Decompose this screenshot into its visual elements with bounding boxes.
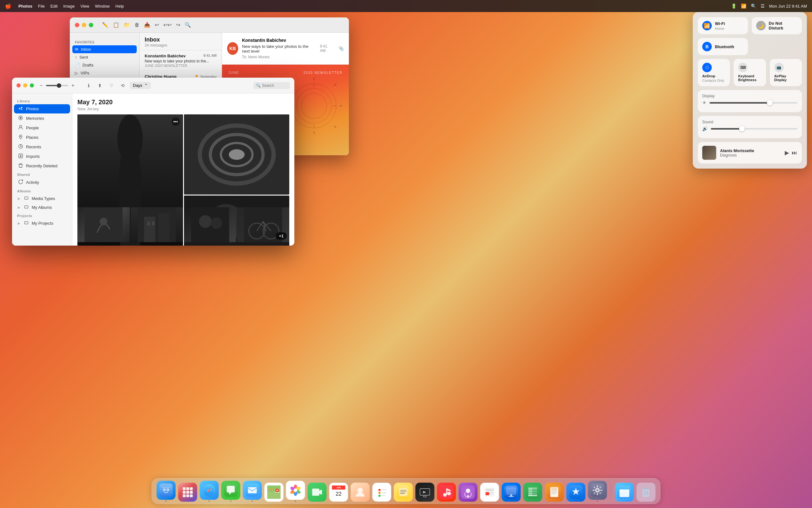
date-label-1: May 7, 2020 <box>77 98 289 106</box>
sidebar-item-media-types[interactable]: ▶ Media Types <box>14 194 70 203</box>
sidebar-item-my-projects[interactable]: ▶ My Projects <box>14 219 70 227</box>
dock-item-messages[interactable] <box>221 481 240 502</box>
photo-cell-2[interactable] <box>184 115 289 195</box>
trash-icon[interactable]: 🗑 <box>134 22 140 28</box>
mail-inbox-item[interactable]: ✉ Inbox <box>72 45 137 53</box>
zoom-slider[interactable] <box>46 85 68 86</box>
zoom-minus-button[interactable]: − <box>38 82 45 89</box>
cc-keyboard-card[interactable]: ⌨ Keyboard Brightness <box>734 59 766 86</box>
photo-cell-7[interactable]: +1 <box>237 207 289 242</box>
forward-icon[interactable]: ↪ <box>176 22 180 28</box>
sound-volume-slider[interactable] <box>711 128 798 130</box>
dock-item-mail[interactable] <box>243 481 262 502</box>
dock-item-notes[interactable] <box>394 483 413 502</box>
menubar-app-name[interactable]: Photos <box>18 4 32 8</box>
svg-point-101 <box>378 489 381 491</box>
dock-item-facetime[interactable] <box>308 483 327 502</box>
menubar-window[interactable]: Window <box>95 4 110 8</box>
np-play-button[interactable]: ▶ <box>785 149 789 156</box>
photos-minimize-button[interactable] <box>23 83 27 87</box>
menubar-image[interactable]: Image <box>63 4 75 8</box>
svg-rect-68 <box>183 494 186 497</box>
search-input[interactable] <box>262 83 287 88</box>
archive-icon[interactable]: 📥 <box>144 22 150 28</box>
sidebar-item-memories[interactable]: Memories <box>14 114 70 123</box>
dock-item-appstore[interactable] <box>567 483 585 502</box>
sidebar-item-activity[interactable]: Activity <box>14 178 70 187</box>
reply-all-icon[interactable]: ↩↩ <box>163 22 171 28</box>
share-button[interactable]: ⬆ <box>95 81 104 90</box>
dock-item-calendar[interactable]: JUN 22 <box>329 483 348 502</box>
menubar-help[interactable]: Help <box>115 4 124 8</box>
close-button[interactable] <box>75 23 79 27</box>
mail-message-1[interactable]: Konstantin Babichev 9:41 AM New ways to … <box>140 50 222 71</box>
sidebar-item-my-albums[interactable]: ▶ My Albums <box>14 203 70 212</box>
menubar-file[interactable]: File <box>38 4 45 8</box>
dock-item-music[interactable] <box>437 483 456 502</box>
mail-vips-item[interactable]: ▷ VIPs <box>70 69 139 77</box>
dock-item-system-preferences[interactable] <box>588 481 607 502</box>
sidebar-item-people[interactable]: People <box>14 123 70 132</box>
svg-rect-111 <box>400 493 405 494</box>
dock-item-news[interactable] <box>480 483 499 502</box>
cc-bluetooth-card[interactable]: B Bluetooth <box>698 38 748 55</box>
mail-list-header: Inbox 34 messages <box>140 33 222 50</box>
photo-cell-4[interactable] <box>77 207 130 242</box>
dock-item-numbers[interactable] <box>524 483 542 502</box>
apple-menu[interactable]: 🍎 <box>5 3 11 9</box>
days-selector[interactable]: Days ⌃ <box>130 82 151 89</box>
photo-more-button-1[interactable]: ••• <box>171 118 180 126</box>
info-button[interactable]: ℹ <box>84 81 93 90</box>
photos-maximize-button[interactable] <box>30 83 34 87</box>
zoom-plus-button[interactable]: + <box>70 82 76 89</box>
display-brightness-slider[interactable] <box>709 102 798 103</box>
photo-cell-5[interactable] <box>131 207 183 242</box>
dock-item-maps[interactable] <box>265 483 283 502</box>
dock-item-podcasts[interactable] <box>459 483 478 502</box>
dock-item-launchpad[interactable] <box>178 483 197 502</box>
compose-icon[interactable]: ✏️ <box>102 22 109 28</box>
sidebar-item-photos[interactable]: Photos <box>14 104 70 114</box>
dock-item-reminders[interactable] <box>373 483 391 502</box>
cc-airplay-card[interactable]: 📺 AirPlay Display <box>770 59 802 86</box>
np-next-button[interactable]: ⏭ <box>792 150 798 156</box>
photos-close-button[interactable] <box>16 83 21 87</box>
dock-item-files[interactable] <box>615 483 634 502</box>
notification-icon[interactable]: ☰ <box>761 3 765 8</box>
sidebar-item-places[interactable]: Places <box>14 133 70 142</box>
svg-rect-133 <box>529 488 537 489</box>
menubar-view[interactable]: View <box>81 4 89 8</box>
menubar-edit[interactable]: Edit <box>50 4 57 8</box>
search-mail-icon[interactable]: 🔍 <box>185 22 191 28</box>
mail-drafts-item[interactable]: 📄 Drafts <box>70 61 139 69</box>
sidebar-item-imports[interactable]: Imports <box>14 152 70 161</box>
minimize-button[interactable] <box>82 23 86 27</box>
cc-wifi-card[interactable]: 📶 Wi-Fi Home <box>698 17 748 34</box>
reply-icon[interactable]: ↩ <box>155 22 159 28</box>
dock-item-finder[interactable] <box>157 481 176 502</box>
favorite-button[interactable]: ♡ <box>107 81 116 90</box>
dock-item-safari[interactable] <box>200 481 219 502</box>
note-icon[interactable]: 📋 <box>113 22 119 28</box>
rotate-button[interactable]: ⟲ <box>118 81 127 90</box>
menubar-left: 🍎 Photos File Edit Image View Window Hel… <box>5 3 731 9</box>
maps-icon <box>265 483 283 502</box>
dock-item-photos[interactable] <box>286 481 305 502</box>
dock-item-contacts[interactable] <box>351 483 370 502</box>
maximize-button[interactable] <box>89 23 93 27</box>
dock-item-tv[interactable] <box>416 483 434 502</box>
mail-sent-item[interactable]: ↑ Sent <box>70 53 139 61</box>
sidebar-item-recents[interactable]: Recents <box>14 142 70 152</box>
svg-point-37 <box>100 218 107 225</box>
cc-dnd-card[interactable]: 🌙 Do Not Disturb <box>752 17 802 34</box>
cc-airdrop-card[interactable]: ⬡ AirDrop Contacts Only <box>698 59 730 86</box>
search-icon[interactable]: 🔍 <box>751 3 756 8</box>
dock-item-keynote[interactable] <box>502 483 521 502</box>
dock-item-trash[interactable] <box>636 483 656 502</box>
cc-bluetooth-info: Bluetooth <box>715 44 734 49</box>
photo-cell-6[interactable] <box>184 207 236 242</box>
folder-icon[interactable]: 📁 <box>124 22 130 28</box>
svg-rect-106 <box>382 495 385 496</box>
sidebar-item-recently-deleted[interactable]: Recently Deleted <box>14 161 70 170</box>
dock-item-pages[interactable] <box>545 483 564 502</box>
